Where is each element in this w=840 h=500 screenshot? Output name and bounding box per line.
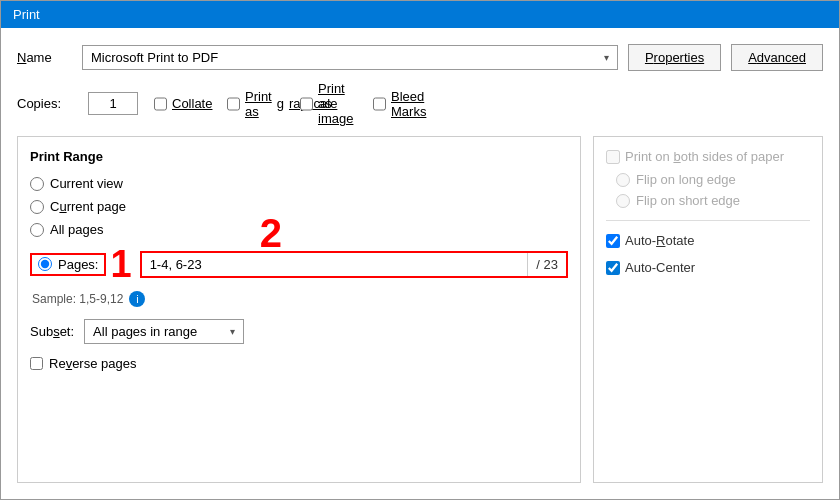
all-pages-radio[interactable] <box>30 223 44 237</box>
both-sides-label: Print on both sides of paper <box>625 149 784 164</box>
properties-button[interactable]: Properties <box>628 44 721 71</box>
bleed-marks-checkbox-label[interactable]: Bleed Marks <box>373 89 428 119</box>
auto-center-checkbox[interactable] <box>606 261 620 275</box>
copies-label: Copies: <box>17 96 72 111</box>
current-page-option[interactable]: Current page <box>30 199 568 214</box>
print-range-panel: Print Range Current view Current page Al… <box>17 136 581 483</box>
grayscale-checkbox-label[interactable]: Print as grayscale <box>227 89 282 119</box>
both-sides-checkbox <box>606 150 620 164</box>
both-sides-option[interactable]: Print on both sides of paper <box>606 149 810 164</box>
checkbox-group: Collate Print as grayscale Print as imag… <box>154 81 428 126</box>
current-view-radio[interactable] <box>30 177 44 191</box>
pages-label: Pages: <box>58 257 98 272</box>
reverse-pages-option[interactable]: Reverse pages <box>30 356 568 371</box>
sample-label: Sample: 1,5-9,12 <box>32 292 123 306</box>
reverse-pages-checkbox[interactable] <box>30 357 43 370</box>
advanced-label: dvanced <box>757 50 806 65</box>
current-page-radio[interactable] <box>30 200 44 214</box>
advanced-button[interactable]: Advanced <box>731 44 823 71</box>
auto-center-label: Auto-Center <box>625 260 695 275</box>
as-image-checkbox[interactable] <box>300 97 313 111</box>
flip-short-option[interactable]: Flip on short edge <box>616 193 810 208</box>
auto-center-option[interactable]: Auto-Center <box>606 260 810 275</box>
name-label: Name <box>17 50 72 65</box>
current-page-label: Current page <box>50 199 126 214</box>
dialog-body: Name Microsoft Print to PDF ▾ Properties… <box>1 28 839 499</box>
chevron-down-icon: ▾ <box>604 52 609 63</box>
properties-label: roperties <box>654 50 705 65</box>
subset-label: Subset: <box>30 324 74 339</box>
reverse-pages-label: Reverse pages <box>49 356 136 371</box>
current-view-label: Current view <box>50 176 123 191</box>
divider <box>606 220 810 221</box>
collate-checkbox-label[interactable]: Collate <box>154 96 209 111</box>
title-bar-label: Print <box>13 7 40 22</box>
subset-select[interactable]: All pages in range ▾ <box>84 319 244 344</box>
sample-row: Sample: 1,5-9,12 i <box>32 291 568 307</box>
auto-rotate-label: Auto-Rotate <box>625 233 694 248</box>
name-row: Name Microsoft Print to PDF ▾ Properties… <box>17 44 823 71</box>
annotation-2: 2 <box>260 213 282 253</box>
pages-total: / 23 <box>527 253 566 276</box>
copies-input[interactable] <box>88 92 138 115</box>
annotation-1: 1 <box>110 245 131 283</box>
pages-radio[interactable] <box>38 257 52 271</box>
copies-row: Copies: Collate Print as grayscale Print… <box>17 81 823 126</box>
grayscale-checkbox[interactable] <box>227 97 240 111</box>
subset-row: Subset: All pages in range ▾ <box>30 319 568 344</box>
bleed-marks-checkbox[interactable] <box>373 97 386 111</box>
printer-select[interactable]: Microsoft Print to PDF ▾ <box>82 45 618 70</box>
pages-label-box[interactable]: Pages: <box>30 253 106 276</box>
as-image-checkbox-label[interactable]: Print as image <box>300 81 355 126</box>
flip-long-label: Flip on long edge <box>636 172 736 187</box>
flip-short-label: Flip on short edge <box>636 193 740 208</box>
printer-name: Microsoft Print to PDF <box>91 50 218 65</box>
pages-row: Pages: 1 2 / 23 <box>30 245 568 283</box>
subset-chevron-icon: ▾ <box>230 326 235 337</box>
subset-value: All pages in range <box>93 324 197 339</box>
right-panel: Print on both sides of paper Flip on lon… <box>593 136 823 483</box>
current-view-option[interactable]: Current view <box>30 176 568 191</box>
print-dialog: Print Name Microsoft Print to PDF ▾ Prop… <box>0 0 840 500</box>
pages-input[interactable] <box>142 253 528 276</box>
collate-checkbox[interactable] <box>154 97 167 111</box>
auto-rotate-checkbox[interactable] <box>606 234 620 248</box>
auto-rotate-option[interactable]: Auto-Rotate <box>606 233 810 248</box>
info-icon[interactable]: i <box>129 291 145 307</box>
title-bar: Print <box>1 1 839 28</box>
all-pages-label: All pages <box>50 222 103 237</box>
flip-long-option[interactable]: Flip on long edge <box>616 172 810 187</box>
main-panels: Print Range Current view Current page Al… <box>17 136 823 483</box>
flip-long-radio <box>616 173 630 187</box>
flip-short-radio <box>616 194 630 208</box>
print-range-title: Print Range <box>30 149 568 164</box>
all-pages-option[interactable]: All pages <box>30 222 568 237</box>
pages-input-box: / 23 <box>140 251 568 278</box>
